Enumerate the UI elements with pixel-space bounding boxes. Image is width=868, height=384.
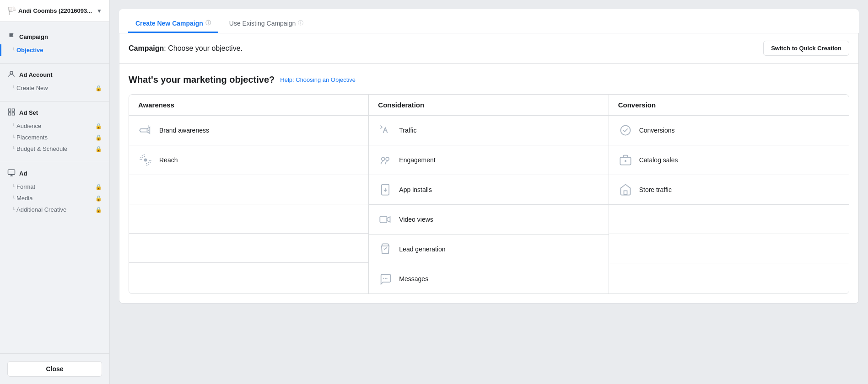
reach-label: Reach	[159, 156, 178, 164]
messages-item[interactable]: Messages	[369, 264, 608, 293]
sidebar: 🏳️ Andi Coombs (22016093... ▼ Campaign └…	[0, 0, 110, 384]
reach-item[interactable]: Reach	[129, 145, 368, 175]
lock-icon: 🔒	[95, 85, 102, 91]
lead-generation-item[interactable]: Lead generation	[369, 235, 608, 264]
sidebar-item-placements[interactable]: └ Placements 🔒	[0, 132, 109, 143]
awareness-empty-4	[129, 263, 368, 292]
ad-set-section-label: Ad Set	[19, 109, 38, 116]
main-inner: Create New Campaign ⓘ Use Existing Campa…	[110, 0, 868, 384]
person-icon	[7, 70, 16, 80]
messages-icon	[378, 272, 393, 286]
sidebar-section-ad-set: Ad Set └ Audience 🔒 └ Placements 🔒 └ Bud…	[0, 105, 109, 155]
lock-icon-budget: 🔒	[95, 146, 102, 152]
video-views-item[interactable]: Video views	[369, 205, 608, 235]
campaign-section-label: Campaign	[19, 33, 48, 40]
conversions-icon	[618, 123, 633, 138]
awareness-empty-2	[129, 204, 368, 234]
close-button[interactable]: Close	[7, 361, 102, 377]
sidebar-item-format[interactable]: └ Format 🔒	[0, 181, 109, 192]
sidebar-section-ad: Ad └ Format 🔒 └ Media 🔒 └ Additional Cre…	[0, 166, 109, 215]
sidebar-item-budget-schedule[interactable]: └ Budget & Schedule 🔒	[0, 143, 109, 155]
sidebar-section-header-ad-account: Ad Account	[0, 67, 109, 82]
awareness-header: Awareness	[129, 95, 368, 116]
svg-rect-10	[380, 216, 387, 223]
sidebar-section-campaign: Campaign └ Objective	[0, 29, 109, 56]
divider-2	[0, 101, 109, 101]
sidebar-item-media[interactable]: └ Media 🔒	[0, 192, 109, 204]
conversion-header: Conversion	[609, 95, 849, 116]
svg-rect-16	[624, 191, 627, 194]
content-header: Campaign: Choose your objective. Switch …	[119, 33, 858, 64]
ad-account-section-label: Ad Account	[19, 71, 52, 78]
account-icon: 🏳️	[7, 6, 16, 15]
lead-generation-icon	[378, 242, 393, 256]
catalog-sales-label: Catalog sales	[639, 156, 678, 164]
objective-title-row: What's your marketing objective? Help: C…	[129, 75, 849, 85]
lock-icon-creative: 🔒	[95, 207, 102, 213]
traffic-label: Traffic	[399, 127, 416, 134]
sidebar-footer: Close	[0, 353, 109, 384]
engagement-label: Engagement	[399, 156, 435, 164]
tab-info-icon-2: ⓘ	[298, 19, 303, 27]
grid-icon	[7, 108, 16, 117]
catalog-sales-item[interactable]: Catalog sales	[609, 145, 849, 175]
traffic-item[interactable]: Traffic	[369, 116, 608, 145]
conversion-empty-1	[609, 205, 849, 234]
svg-rect-3	[8, 113, 11, 115]
brand-awareness-label: Brand awareness	[159, 127, 209, 134]
svg-point-13	[387, 278, 388, 279]
catalog-sales-icon	[618, 153, 633, 167]
monitor-icon	[7, 169, 16, 178]
sidebar-item-create-new[interactable]: └ Create New 🔒	[0, 82, 109, 94]
traffic-icon	[378, 123, 393, 138]
tree-line-icon: └	[12, 48, 15, 53]
svg-point-11	[383, 278, 384, 279]
content-title: Campaign: Choose your objective.	[129, 44, 243, 53]
objective-section: What's your marketing objective? Help: C…	[119, 64, 858, 303]
consideration-header: Consideration	[369, 95, 608, 116]
conversion-empty-2	[609, 234, 849, 263]
quick-creation-button[interactable]: Switch to Quick Creation	[763, 41, 849, 56]
help-link[interactable]: Help: Choosing an Objective	[280, 76, 356, 83]
conversions-label: Conversions	[639, 127, 675, 134]
conversions-item[interactable]: Conversions	[609, 116, 849, 145]
svg-point-8	[386, 157, 389, 160]
svg-rect-5	[8, 170, 15, 175]
app-installs-item[interactable]: App installs	[369, 175, 608, 205]
lead-generation-label: Lead generation	[399, 245, 445, 253]
objective-title: What's your marketing objective?	[129, 75, 275, 85]
engagement-item[interactable]: Engagement	[369, 145, 608, 175]
content-card: Campaign: Choose your objective. Switch …	[119, 33, 859, 304]
tab-use-existing-campaign[interactable]: Use Existing Campaign ⓘ	[222, 15, 311, 33]
divider	[0, 63, 109, 64]
store-traffic-item[interactable]: Store traffic	[609, 175, 849, 205]
sidebar-item-objective[interactable]: └ Objective	[0, 44, 109, 56]
megaphone-icon	[138, 123, 153, 138]
sidebar-item-additional-creative[interactable]: └ Additional Creative 🔒	[0, 204, 109, 215]
video-views-icon	[378, 212, 393, 227]
tree-line-icon-2: └	[12, 85, 15, 91]
sidebar-section-ad-account: Ad Account └ Create New 🔒	[0, 67, 109, 94]
lock-icon-placements: 🔒	[95, 134, 102, 141]
svg-point-0	[10, 71, 13, 74]
tree-line-icon-5: └	[12, 146, 15, 151]
svg-point-7	[382, 157, 385, 160]
tab-create-new-campaign[interactable]: Create New Campaign ⓘ	[128, 15, 218, 33]
sidebar-section-header-campaign: Campaign	[0, 29, 109, 44]
brand-awareness-item[interactable]: Brand awareness	[129, 116, 368, 145]
chevron-down-icon: ▼	[97, 8, 102, 14]
sidebar-item-audience[interactable]: └ Audience 🔒	[0, 120, 109, 132]
lock-icon-format: 🔒	[95, 184, 102, 190]
tree-line-icon-6: └	[12, 184, 15, 189]
reach-icon	[138, 153, 153, 167]
awareness-empty-3	[129, 234, 368, 263]
store-traffic-icon	[618, 182, 633, 197]
sidebar-section-header-ad-set: Ad Set	[0, 105, 109, 120]
awareness-column: Awareness Brand awareness Reach	[129, 95, 369, 293]
messages-label: Messages	[399, 275, 428, 283]
account-name: Andi Coombs (22016093...	[18, 7, 97, 14]
app-installs-icon	[378, 182, 393, 197]
store-traffic-label: Store traffic	[639, 186, 672, 193]
account-selector[interactable]: 🏳️ Andi Coombs (22016093... ▼	[0, 0, 109, 22]
flag-icon	[7, 32, 16, 42]
